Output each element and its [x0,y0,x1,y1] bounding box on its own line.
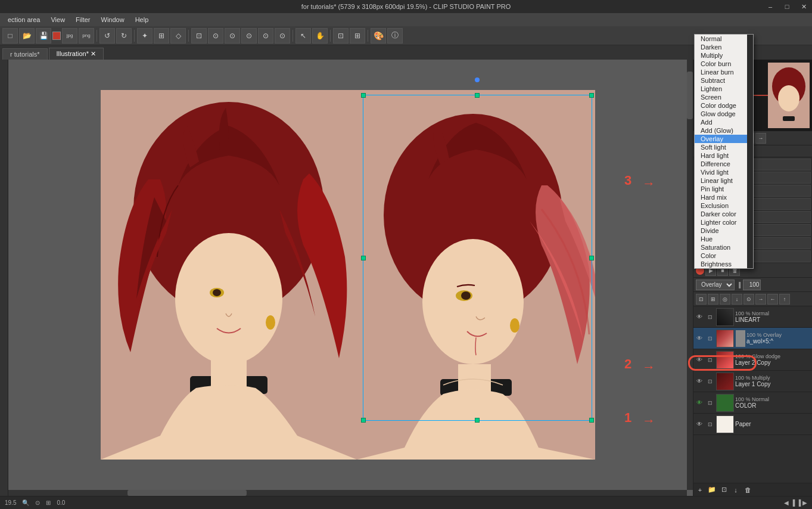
view-btn[interactable]: ⊡ [333,28,349,44]
tab-tutorials[interactable]: r tutorials* [2,48,48,60]
blend-option-brightness[interactable]: Brightness [695,260,753,268]
info-btn[interactable]: ⓘ [387,28,403,44]
layer-lock-color[interactable]: ⊡ [705,398,715,408]
layer-eye-overlay[interactable]: 👁 [695,334,704,343]
blend-option-vivid-light[interactable]: Vivid light [695,168,753,176]
tab-illustration[interactable]: Illustration* ✕ [49,48,104,60]
layer-row-lineart[interactable]: 👁 ⊡ 100 % Normal LINEART [693,306,812,328]
layer-row-color[interactable]: 👁 ⊡ 100 % Normal COLOR [693,392,812,414]
canvas-scrollbar-h[interactable] [8,490,687,496]
blend-option-hue[interactable]: Hue [695,235,753,243]
dropdown-scrollbar[interactable] [747,35,753,268]
canvas-scrollbar-v[interactable] [687,60,693,490]
open-btn[interactable]: 📂 [19,28,35,44]
blend-option-overlay[interactable]: Overlay [695,135,753,143]
undo-btn[interactable]: ↺ [99,28,115,44]
jpg-btn[interactable]: jpg [62,28,77,44]
blend-option-difference[interactable]: Difference [695,160,753,168]
blend-option-lighter-color[interactable]: Lighter color [695,218,753,226]
close-button[interactable]: ✕ [795,0,812,13]
redo-btn[interactable]: ↻ [116,28,132,44]
layer-tool-4[interactable]: ↓ [732,294,742,305]
select-btn[interactable]: ⊡ [191,28,207,44]
color-btn[interactable] [52,32,61,40]
menu-filter[interactable]: Filter [71,15,95,24]
duplicate-layer-btn[interactable]: ⊡ [718,485,729,495]
minimize-button[interactable]: – [762,0,779,13]
zoom-btn[interactable]: ⊞ [350,28,365,44]
layer-tool-8[interactable]: ↑ [779,294,790,305]
grid-btn[interactable]: ⊞ [154,28,169,44]
layer-eye-multiply[interactable]: 👁 [695,377,704,386]
select4-btn[interactable]: ⊙ [275,28,290,44]
menu-window[interactable]: Window [97,15,129,24]
blend-option-pin-light[interactable]: Pin light [695,185,753,193]
transform-btn[interactable]: ✦ [137,28,153,44]
blend-option-darken[interactable]: Darken [695,43,753,51]
blend-option-hard-mix[interactable]: Hard mix [695,193,753,201]
layer-lock-paper[interactable]: ⊡ [705,420,715,429]
blend-option-divide[interactable]: Divide [695,226,753,235]
blend-option-lighten[interactable]: Lighten [695,85,753,93]
hand-btn[interactable]: ✋ [312,28,328,44]
cursor-btn[interactable]: ↖ [295,28,311,44]
delete-layer-btn[interactable]: 🗑 [742,485,753,495]
blend-option-soft-light[interactable]: Soft light [695,143,753,151]
blend-option-screen[interactable]: Screen [695,93,753,101]
layer-tool-3[interactable]: ◎ [720,294,730,305]
png-btn[interactable]: png [79,28,94,44]
layer-eye-color[interactable]: 👁 [695,398,704,408]
ruler-btn[interactable]: ◇ [170,28,186,44]
layer-blend-mode-select[interactable]: Overlay [696,280,735,290]
layer-eye-paper[interactable]: 👁 [695,420,704,429]
blend-option-saturation[interactable]: Saturation [695,243,753,252]
canvas-area[interactable] [8,60,693,496]
panel-tool-arrow[interactable]: → [755,133,766,144]
layer-lock-lineart[interactable]: ⊡ [705,312,715,322]
layer-lock-glow[interactable]: ⊡ [705,355,715,365]
new-folder-btn[interactable]: 📁 [707,485,717,495]
new-layer-btn[interactable]: + [695,485,705,495]
blend-option-linear-light[interactable]: Linear light [695,176,753,185]
save-btn[interactable]: 💾 [36,28,51,44]
select3-btn[interactable]: ⊙ [258,28,273,44]
select2-btn[interactable]: ⊙ [241,28,257,44]
layer-tool-6[interactable]: → [755,294,766,305]
color-picker[interactable]: 🎨 [371,28,386,44]
blend-option-add[interactable]: Add [695,118,753,126]
blend-option-hard-light[interactable]: Hard light [695,151,753,160]
layer-row-paper[interactable]: 👁 ⊡ Paper [693,414,812,435]
layer-tool-2[interactable]: ⊞ [708,294,718,305]
merge-layer-btn[interactable]: ↓ [730,485,741,495]
blend-option-exclusion[interactable]: Exclusion [695,201,753,210]
menu-view[interactable]: View [46,15,70,24]
menu-selection-area[interactable]: ection area [3,15,45,24]
blend-option-color-burn[interactable]: Color burn [695,60,753,68]
maximize-button[interactable]: □ [779,0,795,13]
blend-mode-dropdown[interactable]: Normal Darken Multiply Color burn Linear… [694,34,754,269]
blend-option-color[interactable]: Color [695,252,753,260]
blend-option-color-dodge[interactable]: Color dodge [695,101,753,110]
layer-row-multiply[interactable]: 👁 ⊡ 100 % Multiply Layer 1 Copy [693,371,812,392]
opacity-input[interactable] [743,280,761,290]
new-btn[interactable]: □ [2,28,18,44]
layer-lock-overlay[interactable]: ⊡ [705,334,715,343]
blend-option-normal[interactable]: Normal [695,35,753,43]
blend-option-linear-burn[interactable]: Linear burn [695,68,753,76]
marquee-btn[interactable]: ⊙ [225,28,240,44]
blend-option-add-glow[interactable]: Add (Glow) [695,126,753,135]
blend-option-darker-color[interactable]: Darker color [695,210,753,218]
blend-option-glow-dodge[interactable]: Glow dodge [695,110,753,118]
layer-row-overlay[interactable]: 👁 ⊡ 100 % Overlay a_wol×5:^ [693,328,812,349]
menu-help[interactable]: Help [130,15,154,24]
blend-option-subtract[interactable]: Subtract [695,76,753,85]
layer-eye-glow[interactable]: 👁 [695,355,704,365]
layer-tool-1[interactable]: ⊡ [696,294,707,305]
layer-row-glow[interactable]: 👁 ⊡ 100 % Glow dodge Layer 2 Copy [693,349,812,371]
transform-handle-rotate[interactable] [475,77,480,82]
layer-tool-5[interactable]: ⊙ [743,294,754,305]
lasso-btn[interactable]: ⊙ [208,28,223,44]
blend-option-multiply[interactable]: Multiply [695,51,753,60]
layer-eye-lineart[interactable]: 👁 [695,312,704,322]
layer-lock-multiply[interactable]: ⊡ [705,377,715,386]
